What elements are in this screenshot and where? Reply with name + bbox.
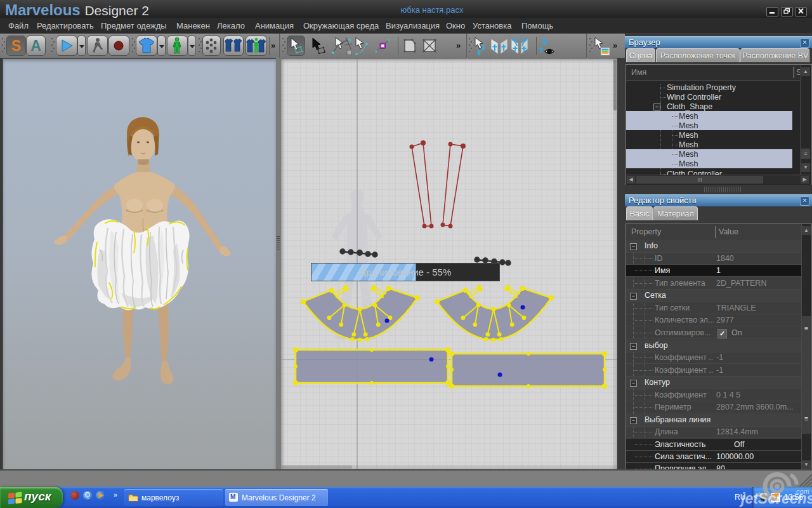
svg-text:.com: .com (794, 488, 809, 495)
